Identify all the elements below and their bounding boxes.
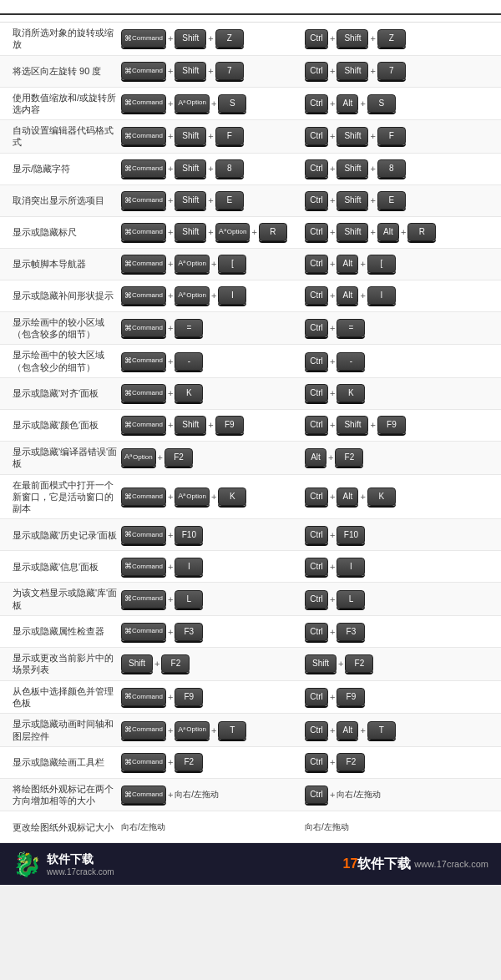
key-l: L	[175, 590, 203, 609]
plus-sign: +	[330, 420, 335, 430]
plus-sign: +	[360, 492, 365, 502]
win-keys: Ctrl+F10	[305, 526, 488, 544]
key--: -	[337, 352, 365, 371]
plus-sign: +	[338, 659, 343, 669]
plus-sign: +	[330, 356, 335, 366]
action-text: 取消突出显示所选项目	[13, 194, 121, 206]
key-f10: F10	[337, 526, 365, 544]
table-row: 将绘图纸外观标记在两个方向增加相等的大小⌘Command+向右/左拖动Ctrl+…	[0, 779, 501, 812]
table-row: 显示或隐藏补间形状提示⌘Command+AᵃOption+ICtrl+Alt+I	[0, 280, 501, 312]
table-row: 显示或隐藏标尺⌘Command+Shift+AᵃOption+RCtrl+Shi…	[0, 217, 501, 249]
mac-keys: ⌘Command+F2	[121, 753, 305, 771]
key-ctrl: Ctrl	[305, 590, 328, 609]
key-cmd: ⌘Command	[121, 384, 166, 402]
key-ctrl: Ctrl	[305, 191, 328, 210]
key-cmd: ⌘Command	[121, 558, 166, 576]
key-cmd: ⌘Command	[121, 721, 166, 740]
key-cmd: ⌘Command	[121, 127, 166, 145]
plus-sign: +	[211, 290, 216, 301]
plus-sign: +	[168, 323, 173, 333]
key-f2: F2	[161, 654, 190, 673]
key-cmd: ⌘Command	[121, 526, 166, 544]
key-ctrl: Ctrl	[305, 352, 328, 371]
mac-keys: ⌘Command+Shift+7	[121, 62, 305, 80]
key-f9: F9	[215, 416, 244, 434]
win-keys: Ctrl+Shift+F	[305, 127, 488, 145]
table-row: 显示绘画中的较小区域（包含较多的细节）⌘Command+=Ctrl+=	[0, 312, 501, 346]
mac-keys: ⌘Command+Shift+Z	[121, 29, 305, 48]
key-shift: Shift	[337, 127, 368, 145]
plus-sign: +	[208, 164, 213, 174]
key-opt: AᵃOption	[175, 487, 210, 506]
mac-keys: ⌘Command+AᵃOption+T	[121, 721, 305, 740]
table-row: 使用数值缩放和/或旋转所选内容⌘Command+AᵃOption+SCtrl+A…	[0, 88, 501, 121]
page-wrapper: 取消所选对象的旋转或缩放⌘Command+Shift+ZCtrl+Shift+Z…	[0, 0, 501, 885]
key-cmd: ⌘Command	[121, 352, 166, 371]
key-=: =	[337, 319, 365, 337]
key-cmd: ⌘Command	[121, 286, 166, 305]
action-text: 在最前面模式中打开一个新窗口，它是活动窗口的副本	[13, 479, 121, 515]
table-row: 显示或隐藏'历史记录'面板⌘Command+F10Ctrl+F10	[0, 519, 501, 551]
key-ctrl: Ctrl	[305, 127, 328, 145]
plus-sign: +	[370, 66, 375, 76]
plus-sign: +	[328, 452, 333, 462]
key-i: I	[337, 558, 365, 576]
key-cmd: ⌘Command	[121, 255, 166, 273]
plus-sign: +	[360, 259, 365, 269]
mac-keys: 向右/左拖动	[121, 821, 305, 833]
key-alt: Alt	[337, 286, 358, 305]
key-k: K	[337, 384, 365, 402]
plus-sign: +	[168, 492, 173, 502]
key-opt: AᵃOption	[121, 448, 156, 467]
mac-keys: ⌘Command+-	[121, 352, 305, 371]
plus-sign: +	[211, 492, 216, 502]
action-text: 显示或隐藏'编译器错误'面板	[13, 446, 121, 470]
drag-text: 向右/左拖动	[305, 821, 349, 833]
key-[: [	[367, 255, 396, 273]
plus-sign: +	[330, 790, 335, 800]
win-keys: 向右/左拖动	[305, 821, 488, 833]
plus-sign: +	[208, 66, 213, 76]
plus-sign: +	[168, 290, 173, 301]
key-i: I	[175, 558, 203, 576]
key-shift: Shift	[121, 654, 153, 673]
key-shift: Shift	[175, 223, 206, 241]
key-e: E	[377, 191, 406, 210]
mac-keys: ⌘Command+Shift+F	[121, 127, 305, 145]
key-ctrl: Ctrl	[305, 319, 328, 337]
drag-text: 向右/左拖动	[175, 789, 219, 801]
action-text: 显示或隐藏'颜色'面板	[13, 419, 121, 431]
action-text: 为该文档显示或隐藏'库'面板	[13, 587, 121, 611]
plus-sign: +	[330, 388, 335, 398]
plus-sign: +	[168, 420, 173, 430]
key-shift: Shift	[305, 654, 337, 673]
plus-sign: +	[370, 164, 375, 174]
key-f: F	[377, 127, 406, 145]
win-keys: Shift+F2	[305, 654, 488, 673]
action-text: 显示帧脚本导航器	[13, 258, 121, 270]
plus-sign: +	[168, 692, 173, 702]
mac-keys: ⌘Command+=	[121, 319, 305, 337]
plus-sign: +	[168, 131, 173, 141]
plus-sign: +	[168, 356, 173, 366]
table-row: 从色板中选择颜色并管理色板⌘Command+F9Ctrl+F9	[0, 681, 501, 715]
mac-keys: ⌘Command+F3	[121, 623, 305, 641]
key-opt: AᵃOption	[175, 255, 210, 273]
mac-keys: ⌘Command+AᵃOption+K	[121, 487, 305, 506]
key-ctrl: Ctrl	[305, 487, 328, 506]
key-cmd: ⌘Command	[121, 223, 166, 241]
key-f3: F3	[175, 623, 203, 641]
win-keys: Ctrl+K	[305, 384, 488, 402]
action-text: 将选区向左旋转 90 度	[13, 65, 121, 77]
win-keys: Alt+F2	[305, 448, 488, 467]
table-row: 更改绘图纸外观标记大小向右/左拖动向右/左拖动	[0, 811, 501, 843]
key-cmd: ⌘Command	[121, 319, 166, 337]
plus-sign: +	[208, 227, 213, 237]
key-ctrl: Ctrl	[305, 753, 328, 771]
key-e: E	[215, 191, 244, 210]
action-text: 使用数值缩放和/或旋转所选内容	[13, 92, 121, 116]
mac-keys: ⌘Command+I	[121, 558, 305, 576]
key-opt: AᵃOption	[175, 94, 210, 113]
key-ctrl: Ctrl	[305, 62, 328, 80]
win-keys: Ctrl+-	[305, 352, 488, 371]
